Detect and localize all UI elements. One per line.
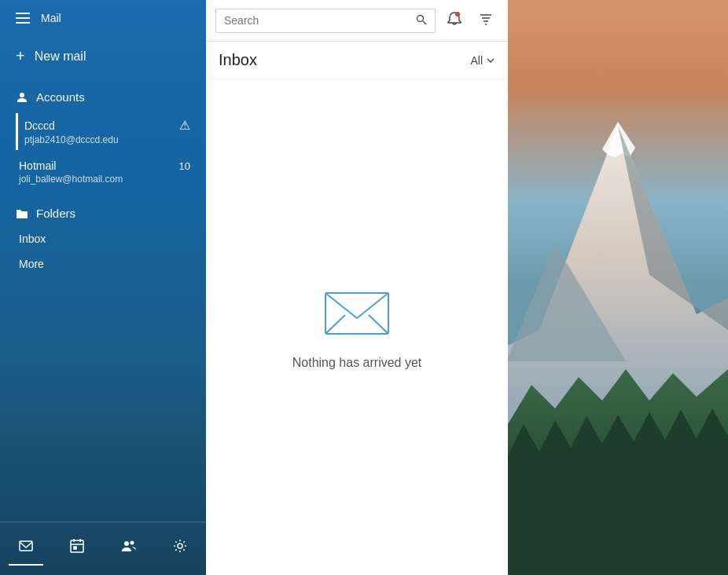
- svg-line-17: [325, 315, 345, 334]
- mail-panel: Inbox All Nothing has arrived yet: [206, 0, 508, 575]
- sidebar-header: Mail: [0, 0, 206, 33]
- person-icon: [16, 91, 28, 104]
- account-name-hotmail: Hotmail 10: [19, 159, 190, 172]
- folder-item-more[interactable]: More: [16, 251, 190, 277]
- account-item-hotmail[interactable]: Hotmail 10 joli_ballew@hotmail.com: [16, 155, 190, 189]
- people-nav-icon: [121, 538, 137, 554]
- nav-calendar-button[interactable]: [60, 532, 94, 566]
- app-container: Mail + New mail Accounts Dcccd ⚠ ptjab24…: [0, 0, 728, 575]
- new-mail-label: New mail: [35, 49, 86, 64]
- folder-icon: [16, 207, 28, 220]
- folder-item-inbox[interactable]: Inbox: [16, 226, 190, 251]
- mail-toolbar: [206, 0, 508, 42]
- filter-all-button[interactable]: All: [470, 54, 495, 67]
- empty-state: Nothing has arrived yet: [206, 79, 508, 575]
- inbox-header: Inbox All: [206, 42, 508, 79]
- svg-point-7: [130, 541, 134, 545]
- sidebar-bottom-nav: [0, 522, 206, 575]
- svg-line-10: [423, 21, 426, 24]
- warning-icon: ⚠: [179, 118, 190, 133]
- sidebar: Mail + New mail Accounts Dcccd ⚠ ptjab24…: [0, 0, 206, 575]
- mountain-illustration: [508, 0, 728, 575]
- accounts-header: Accounts: [16, 90, 190, 104]
- plus-icon: +: [16, 47, 25, 65]
- accounts-section: Accounts Dcccd ⚠ ptjab2410@dcccd.edu Hot…: [0, 79, 206, 196]
- account-name-dcccd: Dcccd ⚠: [24, 118, 190, 133]
- chevron-down-icon: [486, 56, 495, 65]
- folders-section: Folders Inbox More: [0, 196, 206, 283]
- accounts-label: Accounts: [36, 90, 85, 104]
- svg-line-18: [369, 315, 388, 334]
- svg-rect-5: [74, 547, 76, 549]
- hamburger-button[interactable]: [13, 9, 33, 27]
- account-email-dcccd: ptjab2410@dcccd.edu: [24, 134, 190, 145]
- filter-list-icon: [478, 11, 494, 27]
- background-panel: [508, 0, 728, 575]
- svg-point-11: [455, 12, 460, 16]
- svg-point-6: [124, 541, 129, 546]
- nav-people-button[interactable]: [112, 532, 146, 566]
- inbox-title: Inbox: [219, 51, 257, 69]
- nav-settings-button[interactable]: [163, 532, 197, 566]
- notifications-icon-button[interactable]: [442, 8, 467, 33]
- app-title: Mail: [41, 12, 61, 24]
- svg-rect-1: [71, 540, 83, 552]
- filter-label: All: [470, 54, 483, 67]
- svg-point-8: [178, 544, 182, 548]
- notifications-icon: [447, 11, 462, 27]
- empty-message: Nothing has arrived yet: [292, 356, 422, 370]
- search-icon-button[interactable]: [416, 14, 427, 27]
- svg-rect-0: [20, 541, 32, 551]
- mail-nav-icon: [18, 538, 34, 554]
- svg-point-9: [417, 15, 424, 21]
- account-email-hotmail: joli_ballew@hotmail.com: [19, 174, 190, 185]
- search-icon: [416, 14, 427, 25]
- account-item-dcccd[interactable]: Dcccd ⚠ ptjab2410@dcccd.edu: [16, 113, 190, 150]
- hotmail-badge: 10: [179, 160, 190, 172]
- search-box: [215, 9, 436, 33]
- filter-list-icon-button[interactable]: [473, 8, 498, 33]
- folders-label: Folders: [36, 207, 75, 220]
- empty-envelope-icon: [322, 285, 392, 340]
- new-mail-button[interactable]: + New mail: [0, 33, 206, 79]
- svg-rect-16: [325, 293, 388, 334]
- calendar-nav-icon: [69, 538, 85, 554]
- search-input[interactable]: [224, 14, 416, 27]
- folders-header: Folders: [16, 207, 190, 220]
- settings-nav-icon: [172, 538, 188, 554]
- nav-mail-button[interactable]: [9, 532, 43, 566]
